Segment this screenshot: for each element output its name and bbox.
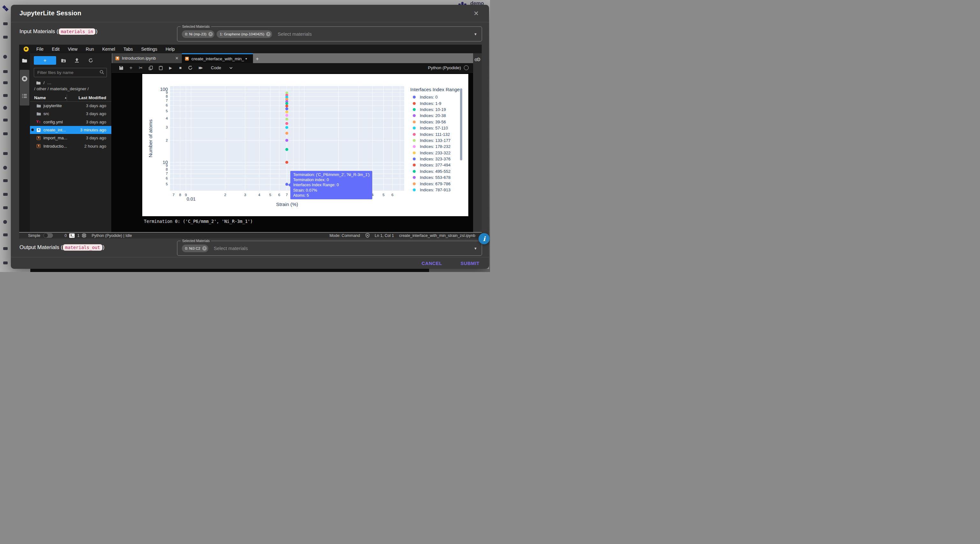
property-inspector-gears-icon[interactable]: ⚙⚙ (474, 56, 481, 62)
menu-item[interactable]: Run (82, 46, 98, 52)
dropdown-arrow-icon[interactable]: ▼ (474, 32, 477, 36)
new-tab-button[interactable]: + (253, 54, 262, 63)
background-sidebar-icon (3, 166, 7, 170)
notebook-content[interactable]: 7890.01234567456100987654321098765Strain… (111, 73, 473, 232)
legend-item[interactable]: Indices: 233-322 (410, 150, 468, 156)
kernel-status-icon (464, 65, 469, 70)
legend-marker-icon (413, 182, 416, 185)
legend-label: Indices: 39-56 (420, 120, 446, 124)
menu-item[interactable]: Help (161, 46, 179, 52)
cancel-button[interactable]: CANCEL (419, 259, 445, 268)
menu-item[interactable]: View (64, 46, 82, 52)
file-row[interactable]: Introductio... 2 hours ago (30, 142, 111, 150)
legend-item[interactable]: Indices: 39-56 (410, 119, 468, 125)
legend-scrollbar[interactable] (460, 88, 462, 160)
copy-cells-icon[interactable] (146, 63, 156, 72)
table-of-contents-tab-icon[interactable] (19, 94, 30, 98)
legend-item[interactable]: Indices: 377-494 (410, 162, 468, 168)
kernel-switcher[interactable]: Python (Pyodide) (428, 65, 469, 70)
breadcrumb-ellipsis[interactable]: … (47, 80, 52, 85)
run-cell-icon[interactable]: ▶ (165, 63, 175, 72)
file-row[interactable]: import_ma... 3 days ago (30, 134, 111, 142)
breadcrumb[interactable]: / … (36, 80, 51, 85)
file-browser-tab-icon[interactable] (19, 59, 30, 63)
info-button[interactable]: i (479, 233, 490, 244)
legend-item[interactable]: Indices: 0 (410, 94, 468, 100)
simple-mode-toggle[interactable] (43, 233, 53, 238)
legend-item[interactable]: Indices: 1-9 (410, 100, 468, 106)
input-materials-select[interactable]: Selected Materials 0: Ni (mp-23)✕ 1: Gra… (177, 27, 482, 41)
file-row[interactable]: create_int... 3 minutes ago (30, 126, 111, 134)
output-materials-select[interactable]: Selected Materials 0: Ni3 C2✕ Select mat… (177, 241, 482, 256)
column-last-modified[interactable]: Last Modified (78, 95, 106, 100)
file-browser-panel: + / … / other / ma (30, 53, 111, 232)
legend-label: Indices: 323-376 (420, 157, 450, 161)
dropdown-arrow-icon[interactable]: ▼ (474, 246, 477, 250)
legend-item[interactable]: Indices: 679-786 (410, 181, 468, 187)
command-mode-indicator[interactable]: Mode: Command (329, 233, 360, 238)
tab-introduction[interactable]: Introduction.ipynb ✕ (112, 53, 182, 63)
notebook-file-icon (36, 128, 41, 132)
restart-kernel-icon[interactable] (185, 63, 195, 72)
breadcrumb-path[interactable]: / other / materials_designer / (34, 86, 89, 91)
chip-remove-icon[interactable]: ✕ (208, 32, 213, 36)
close-icon[interactable]: ✕ (473, 10, 479, 17)
terminal-count[interactable]: 0 (64, 233, 67, 238)
legend-item[interactable]: Indices: 323-376 (410, 156, 468, 162)
tooltip-line: Termination index: 0 (293, 177, 369, 182)
submit-button[interactable]: SUBMIT (458, 259, 482, 268)
file-row[interactable]: jupyterlite 3 days ago (30, 102, 111, 110)
legend-item[interactable]: Indices: 553-678 (410, 174, 468, 181)
run-all-cells-icon[interactable]: ▶▶ (195, 63, 207, 72)
legend-item[interactable]: Indices: 178-232 (410, 143, 468, 149)
paste-cells-icon[interactable] (156, 63, 165, 72)
chip-remove-icon[interactable]: ✕ (202, 246, 207, 251)
background-sidebar-icon (3, 106, 7, 110)
legend-item[interactable]: Indices: 20-38 (410, 113, 468, 119)
svg-text:7: 7 (166, 171, 168, 175)
upload-icon[interactable] (73, 56, 81, 65)
tab-create-interface[interactable]: create_interface_with_min_ ● (182, 53, 253, 63)
kernel-status-text[interactable]: Python (Pyodide) | Idle (92, 233, 132, 238)
screen: demo JupyterLite Session ✕ Input Materia… (0, 0, 490, 272)
menu-item[interactable]: Edit (48, 46, 64, 52)
material-chip[interactable]: 1: Graphene (mp-1040425)✕ (216, 30, 272, 38)
save-icon[interactable] (116, 63, 126, 72)
running-sessions-tab-icon[interactable] (19, 76, 30, 82)
column-name[interactable]: Name (34, 95, 46, 100)
svg-text:Number of atoms: Number of atoms (148, 119, 153, 157)
interrupt-kernel-icon[interactable]: ■ (175, 63, 185, 72)
tab-close-icon[interactable]: ✕ (175, 56, 179, 60)
notebook-tabbar: Introduction.ipynb ✕ create_interface_wi… (111, 53, 473, 63)
legend-item[interactable]: Indices: 111-132 (410, 131, 468, 137)
legend-marker-icon (413, 163, 416, 167)
menu-item[interactable]: Kernel (98, 46, 119, 52)
material-chip[interactable]: 0: Ni3 C2✕ (182, 244, 208, 252)
filter-files-input[interactable] (34, 68, 107, 77)
new-folder-icon[interactable] (59, 56, 68, 65)
legend-item[interactable]: Indices: 10-19 (410, 106, 468, 113)
file-row[interactable]: Y: config.yml 3 days ago (30, 118, 111, 126)
chip-remove-icon[interactable]: ✕ (266, 32, 270, 36)
breadcrumb-root[interactable]: / (43, 80, 45, 85)
legend-marker-icon (413, 176, 416, 179)
cut-cells-icon[interactable]: ✂ (136, 63, 146, 72)
legend-item[interactable]: Indices: 495-552 (410, 168, 468, 174)
new-launcher-button[interactable]: + (34, 56, 56, 65)
input-variable-code: materials_in (59, 29, 95, 35)
legend-item[interactable]: Indices: 787-913 (410, 187, 468, 193)
home-folder-icon[interactable] (36, 81, 41, 85)
material-chip[interactable]: 0: Ni (mp-23)✕ (182, 30, 215, 38)
file-row[interactable]: src 3 days ago (30, 110, 111, 118)
kernel-count[interactable]: 1 (77, 233, 80, 238)
refresh-icon[interactable] (86, 56, 95, 65)
menu-item[interactable]: File (32, 46, 48, 52)
cursor-position[interactable]: Ln 1, Col 1 (375, 233, 394, 238)
folder-icon (36, 112, 41, 116)
legend-item[interactable]: Indices: 57-110 (410, 125, 468, 131)
legend-item[interactable]: Indices: 133-177 (410, 138, 468, 143)
insert-cell-icon[interactable]: + (126, 63, 136, 72)
cell-type-dropdown[interactable]: Code (211, 65, 232, 70)
menu-item[interactable]: Settings (137, 46, 162, 52)
menu-item[interactable]: Tabs (119, 46, 137, 52)
